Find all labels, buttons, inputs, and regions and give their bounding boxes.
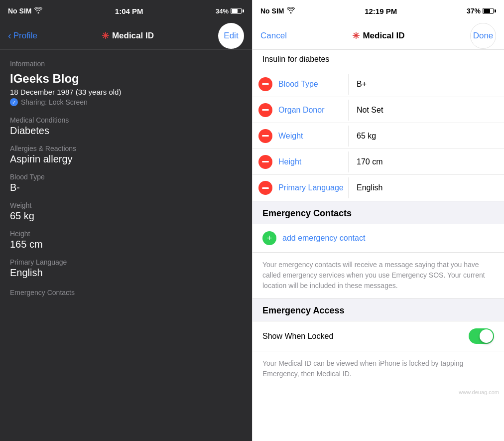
primary-language-row[interactable]: Primary Language English [252,175,504,201]
blood-type-value: B- [10,182,242,193]
battery-label: 34% [216,7,229,15]
left-status-bar: No SIM 1:04 PM 34% [0,0,252,22]
add-contact-plus-btn[interactable]: + [262,231,276,245]
left-nav-bar: ‹ Profile ✳ Medical ID Edit [0,22,252,50]
weight-row[interactable]: Weight 65 kg [252,123,504,149]
left-status-right: 34% [216,7,244,15]
right-wifi-icon [287,7,295,15]
user-dob: 18 December 1987 (33 years old) [10,88,242,96]
minus-icon-1 [262,83,269,85]
sharing-row: ✓ Sharing: Lock Screen [10,98,242,106]
watermark-right: www.deuag.com [252,386,504,398]
left-panel: No SIM 1:04 PM 34% ‹ [0,0,252,441]
battery-icon [231,8,244,14]
height-row[interactable]: Height 170 cm [252,149,504,175]
primary-language-field-label: Primary Language [278,183,348,192]
medication-header: Insulin for diabetes [252,50,504,71]
primary-language-value: English [10,267,242,279]
cancel-button[interactable]: Cancel [260,31,287,41]
show-locked-toggle[interactable] [469,328,494,344]
left-nav-title: ✳ Medical ID [102,30,154,41]
organ-donor-row[interactable]: Organ Donor Not Set [252,97,504,123]
height-remove-btn[interactable] [258,155,272,169]
right-nav-title: ✳ Medical ID [352,30,404,41]
sharing-label: Sharing: Lock Screen [21,98,88,106]
blood-type-field-value[interactable]: B+ [348,74,504,95]
organ-donor-field-label: Organ Donor [278,106,348,115]
organ-donor-field-value[interactable]: Not Set [348,100,504,121]
medical-conditions-value: Diabetes [10,125,242,137]
height-label: Height [10,230,242,238]
right-battery-icon [483,8,496,14]
form-table: Blood Type B+ Organ Donor Not Set Weight… [252,71,504,201]
right-status-bar: No SIM 12:19 PM 37% [252,0,504,22]
left-title: Medical ID [112,31,154,41]
height-field-label: Height [278,157,348,166]
left-status-left: No SIM [8,7,42,15]
weight-field-value[interactable]: 65 kg [348,126,504,147]
back-label[interactable]: Profile [13,31,37,41]
weight-label: Weight [10,201,242,209]
height-value: 165 cm [10,239,242,250]
carrier-label: No SIM [8,7,31,15]
edit-button[interactable]: Edit [218,23,244,49]
user-name: IGeeks Blog [10,72,242,86]
weight-value: 65 kg [10,210,242,222]
show-locked-label: Show When Locked [262,332,333,341]
primary-language-label: Primary Language [10,258,242,266]
edit-label[interactable]: Edit [224,31,238,41]
right-carrier: No SIM [260,7,284,15]
right-status-left: No SIM [260,7,295,15]
emergency-contacts-header-left: Emergency Contacts [10,289,242,296]
right-panel: No SIM 12:19 PM 37% Cancel [252,0,504,441]
blood-type-remove-btn[interactable] [258,77,272,91]
done-button[interactable]: Done [470,23,496,49]
blood-type-label: Blood Type [10,173,242,181]
primary-language-field-value[interactable]: English [348,177,504,198]
left-time: 1:04 PM [115,7,143,15]
blood-type-field-label: Blood Type [278,80,348,89]
right-nav-bar: Cancel ✳ Medical ID Done [252,22,504,50]
done-label[interactable]: Done [473,31,494,41]
medical-conditions-label: Medical Conditions [10,116,242,124]
add-emergency-contact-row[interactable]: + add emergency contact [252,224,504,253]
height-field-value[interactable]: 170 cm [348,151,504,172]
right-medical-star-icon: ✳ [352,30,360,41]
minus-icon-3 [262,135,269,137]
language-remove-btn[interactable] [258,181,272,195]
emergency-access-section: Emergency Access [252,298,504,321]
right-time: 12:19 PM [365,7,397,15]
emergency-contacts-section: Emergency Contacts [252,201,504,224]
allergies-value: Aspirin allergy [10,153,242,165]
blood-type-row[interactable]: Blood Type B+ [252,71,504,97]
information-header: Information [10,60,242,68]
wifi-icon [34,7,42,15]
locked-info-text: Your Medical ID can be viewed when iPhon… [252,351,504,386]
chevron-left-icon: ‹ [8,30,11,41]
minus-icon-2 [262,109,269,111]
right-battery-label: 37% [467,7,481,15]
back-button[interactable]: ‹ Profile [8,30,37,41]
allergies-label: Allergies & Reactions [10,145,242,152]
toggle-knob [480,329,493,343]
emergency-contacts-info: Your emergency contacts will receive a m… [252,253,504,298]
plus-icon: + [267,234,272,243]
weight-field-label: Weight [278,132,348,141]
right-title: Medical ID [363,31,404,41]
minus-icon-4 [262,161,269,162]
add-contact-label[interactable]: add emergency contact [282,234,365,243]
sharing-icon: ✓ [10,98,18,106]
right-status-right: 37% [467,7,496,15]
minus-icon-5 [262,187,269,189]
left-content: Information IGeeks Blog 18 December 1987… [0,50,252,441]
weight-remove-btn[interactable] [258,129,272,143]
medical-star-icon: ✳ [102,30,109,41]
organ-donor-remove-btn[interactable] [258,103,272,117]
show-locked-row: Show When Locked [252,321,504,351]
